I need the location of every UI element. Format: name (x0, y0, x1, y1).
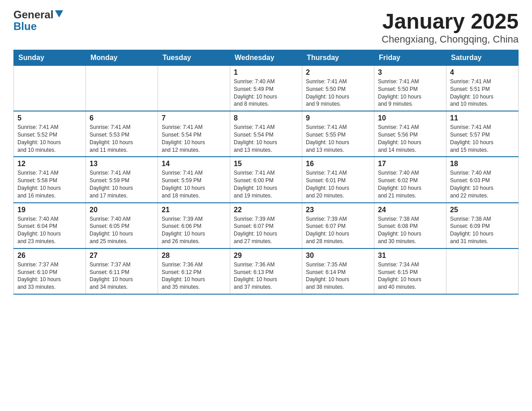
day-number: 18 (450, 160, 515, 168)
day-number: 7 (162, 114, 226, 122)
calendar-cell: 28Sunrise: 7:36 AM Sunset: 6:12 PM Dayli… (158, 248, 230, 294)
day-number: 19 (17, 206, 82, 214)
day-info: Sunrise: 7:41 AM Sunset: 6:01 PM Dayligh… (306, 169, 370, 199)
weekday-header-friday: Friday (374, 50, 446, 66)
calendar-title: January 2025 (382, 9, 519, 34)
page-header: General Blue January 2025 Chengxiang, Ch… (13, 9, 519, 45)
day-number: 10 (378, 114, 442, 122)
calendar-cell: 23Sunrise: 7:39 AM Sunset: 6:07 PM Dayli… (302, 203, 374, 248)
weekday-header-monday: Monday (86, 50, 158, 66)
calendar-cell: 15Sunrise: 7:41 AM Sunset: 6:00 PM Dayli… (230, 157, 302, 202)
calendar-cell (446, 248, 519, 294)
calendar-cell (86, 66, 158, 111)
day-number: 8 (234, 114, 298, 122)
calendar-cell: 25Sunrise: 7:38 AM Sunset: 6:09 PM Dayli… (446, 203, 519, 248)
calendar-cell: 31Sunrise: 7:34 AM Sunset: 6:15 PM Dayli… (374, 248, 446, 294)
day-number: 4 (450, 68, 515, 77)
calendar-cell: 24Sunrise: 7:38 AM Sunset: 6:08 PM Dayli… (374, 203, 446, 248)
day-info: Sunrise: 7:40 AM Sunset: 5:49 PM Dayligh… (234, 78, 298, 108)
day-info: Sunrise: 7:41 AM Sunset: 5:50 PM Dayligh… (378, 78, 442, 108)
day-number: 31 (378, 252, 442, 260)
weekday-header-saturday: Saturday (446, 50, 519, 66)
calendar-cell: 26Sunrise: 7:37 AM Sunset: 6:10 PM Dayli… (14, 248, 86, 294)
calendar-week-2: 5Sunrise: 7:41 AM Sunset: 5:52 PM Daylig… (14, 111, 519, 157)
day-number: 9 (306, 114, 370, 122)
day-number: 27 (90, 252, 154, 260)
calendar-cell: 13Sunrise: 7:41 AM Sunset: 5:59 PM Dayli… (86, 157, 158, 202)
calendar-cell: 30Sunrise: 7:35 AM Sunset: 6:14 PM Dayli… (302, 248, 374, 294)
calendar-cell: 21Sunrise: 7:39 AM Sunset: 6:06 PM Dayli… (158, 203, 230, 248)
weekday-header-thursday: Thursday (302, 50, 374, 66)
day-info: Sunrise: 7:40 AM Sunset: 6:03 PM Dayligh… (450, 169, 515, 199)
day-info: Sunrise: 7:41 AM Sunset: 5:59 PM Dayligh… (162, 169, 226, 199)
calendar-cell: 7Sunrise: 7:41 AM Sunset: 5:54 PM Daylig… (158, 111, 230, 157)
calendar-cell: 14Sunrise: 7:41 AM Sunset: 5:59 PM Dayli… (158, 157, 230, 202)
calendar-week-4: 19Sunrise: 7:40 AM Sunset: 6:04 PM Dayli… (14, 203, 519, 248)
day-number: 15 (234, 160, 298, 168)
day-info: Sunrise: 7:38 AM Sunset: 6:09 PM Dayligh… (450, 215, 515, 245)
day-info: Sunrise: 7:40 AM Sunset: 6:05 PM Dayligh… (90, 215, 154, 245)
day-number: 3 (378, 68, 442, 77)
weekday-header-wednesday: Wednesday (230, 50, 302, 66)
calendar-cell: 20Sunrise: 7:40 AM Sunset: 6:05 PM Dayli… (86, 203, 158, 248)
day-number: 6 (90, 114, 154, 122)
calendar-week-5: 26Sunrise: 7:37 AM Sunset: 6:10 PM Dayli… (14, 248, 519, 294)
day-number: 20 (90, 206, 154, 214)
calendar-week-3: 12Sunrise: 7:41 AM Sunset: 5:58 PM Dayli… (14, 157, 519, 202)
day-info: Sunrise: 7:41 AM Sunset: 5:59 PM Dayligh… (90, 169, 154, 199)
calendar-subtitle: Chengxiang, Chongqing, China (382, 34, 519, 45)
day-info: Sunrise: 7:39 AM Sunset: 6:07 PM Dayligh… (306, 215, 370, 245)
calendar-cell: 29Sunrise: 7:36 AM Sunset: 6:13 PM Dayli… (230, 248, 302, 294)
calendar-cell: 27Sunrise: 7:37 AM Sunset: 6:11 PM Dayli… (86, 248, 158, 294)
calendar-cell (14, 66, 86, 111)
day-number: 29 (234, 252, 298, 260)
svg-marker-0 (55, 10, 63, 17)
logo-triangle-icon (55, 9, 63, 20)
calendar-cell: 4Sunrise: 7:41 AM Sunset: 5:51 PM Daylig… (446, 66, 519, 111)
calendar-cell: 11Sunrise: 7:41 AM Sunset: 5:57 PM Dayli… (446, 111, 519, 157)
calendar-cell: 8Sunrise: 7:41 AM Sunset: 5:54 PM Daylig… (230, 111, 302, 157)
day-number: 25 (450, 206, 515, 214)
calendar-cell: 10Sunrise: 7:41 AM Sunset: 5:56 PM Dayli… (374, 111, 446, 157)
day-info: Sunrise: 7:41 AM Sunset: 5:58 PM Dayligh… (17, 169, 82, 199)
day-number: 22 (234, 206, 298, 214)
day-number: 16 (306, 160, 370, 168)
day-number: 2 (306, 68, 370, 77)
day-info: Sunrise: 7:41 AM Sunset: 6:00 PM Dayligh… (234, 169, 298, 199)
day-info: Sunrise: 7:41 AM Sunset: 5:52 PM Dayligh… (17, 124, 82, 154)
day-number: 21 (162, 206, 226, 214)
day-info: Sunrise: 7:38 AM Sunset: 6:08 PM Dayligh… (378, 215, 442, 245)
calendar-cell: 22Sunrise: 7:39 AM Sunset: 6:07 PM Dayli… (230, 203, 302, 248)
day-number: 11 (450, 114, 515, 122)
day-number: 13 (90, 160, 154, 168)
day-info: Sunrise: 7:41 AM Sunset: 5:54 PM Dayligh… (234, 124, 298, 154)
day-info: Sunrise: 7:41 AM Sunset: 5:54 PM Dayligh… (162, 124, 226, 154)
calendar-cell: 9Sunrise: 7:41 AM Sunset: 5:55 PM Daylig… (302, 111, 374, 157)
day-info: Sunrise: 7:40 AM Sunset: 6:02 PM Dayligh… (378, 169, 442, 199)
day-info: Sunrise: 7:36 AM Sunset: 6:12 PM Dayligh… (162, 261, 226, 291)
day-number: 5 (17, 114, 82, 122)
weekday-header-tuesday: Tuesday (158, 50, 230, 66)
title-block: January 2025 Chengxiang, Chongqing, Chin… (382, 9, 519, 45)
day-number: 24 (378, 206, 442, 214)
day-number: 23 (306, 206, 370, 214)
day-info: Sunrise: 7:35 AM Sunset: 6:14 PM Dayligh… (306, 261, 370, 291)
day-info: Sunrise: 7:37 AM Sunset: 6:10 PM Dayligh… (17, 261, 82, 291)
day-number: 30 (306, 252, 370, 260)
day-number: 28 (162, 252, 226, 260)
weekday-header-sunday: Sunday (14, 50, 86, 66)
calendar-cell: 1Sunrise: 7:40 AM Sunset: 5:49 PM Daylig… (230, 66, 302, 111)
calendar-cell: 18Sunrise: 7:40 AM Sunset: 6:03 PM Dayli… (446, 157, 519, 202)
day-info: Sunrise: 7:41 AM Sunset: 5:53 PM Dayligh… (90, 124, 154, 154)
day-info: Sunrise: 7:36 AM Sunset: 6:13 PM Dayligh… (234, 261, 298, 291)
calendar-cell: 12Sunrise: 7:41 AM Sunset: 5:58 PM Dayli… (14, 157, 86, 202)
logo-general: General (13, 9, 53, 21)
calendar-cell: 16Sunrise: 7:41 AM Sunset: 6:01 PM Dayli… (302, 157, 374, 202)
day-number: 1 (234, 68, 298, 77)
day-info: Sunrise: 7:34 AM Sunset: 6:15 PM Dayligh… (378, 261, 442, 291)
day-info: Sunrise: 7:41 AM Sunset: 5:55 PM Dayligh… (306, 124, 370, 154)
day-info: Sunrise: 7:41 AM Sunset: 5:51 PM Dayligh… (450, 78, 515, 108)
calendar-cell: 3Sunrise: 7:41 AM Sunset: 5:50 PM Daylig… (374, 66, 446, 111)
calendar-table: SundayMondayTuesdayWednesdayThursdayFrid… (13, 50, 519, 295)
day-info: Sunrise: 7:39 AM Sunset: 6:07 PM Dayligh… (234, 215, 298, 245)
